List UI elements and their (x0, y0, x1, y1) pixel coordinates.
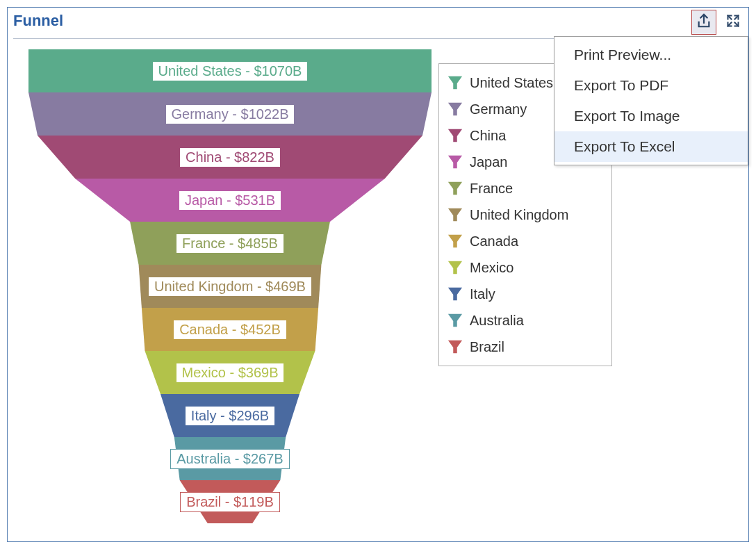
funnel-icon (447, 233, 463, 249)
export-button[interactable] (691, 10, 716, 35)
fullscreen-button[interactable] (721, 10, 746, 35)
legend-item[interactable]: Brazil (447, 334, 603, 360)
funnel-icon (447, 260, 463, 275)
funnel-slice[interactable]: France - $485B (28, 222, 432, 265)
export-icon (696, 13, 712, 32)
toolbar (691, 10, 746, 35)
svg-marker-7 (145, 351, 315, 394)
funnel-icon (447, 207, 463, 222)
funnel-icon (447, 101, 463, 117)
funnel-slice[interactable]: Japan - $531B (28, 179, 432, 222)
legend-label: France (470, 181, 513, 197)
legend-label: United States (470, 75, 553, 91)
panel-title: Funnel (13, 12, 63, 30)
menu-item[interactable]: Export To PDF (554, 70, 748, 101)
svg-marker-20 (448, 314, 462, 327)
funnel-icon (447, 181, 463, 196)
funnel-slice[interactable]: Germany - $1022B (28, 92, 432, 136)
legend-label: Canada (470, 233, 518, 249)
svg-marker-2 (38, 136, 422, 179)
funnel-chart: United States - $1070BGermany - $1022BCh… (28, 49, 432, 529)
legend-item[interactable]: Italy (447, 281, 603, 307)
svg-marker-13 (448, 129, 462, 142)
svg-marker-18 (448, 261, 462, 274)
legend-label: China (470, 128, 506, 144)
svg-marker-12 (448, 103, 462, 115)
svg-marker-4 (130, 222, 330, 265)
menu-item[interactable]: Export To Image (554, 101, 748, 131)
funnel-slice[interactable]: United States - $1070B (28, 49, 432, 92)
funnel-icon (447, 128, 463, 143)
funnel-slice[interactable]: China - $822B (28, 136, 432, 179)
legend-label: Brazil (470, 339, 504, 355)
funnel-slice[interactable]: Canada - $452B (28, 308, 432, 351)
legend-item[interactable]: United Kingdom (447, 202, 603, 228)
funnel-icon (447, 313, 463, 328)
funnel-slice[interactable]: Brazil - $119B (28, 480, 432, 523)
legend-item[interactable]: Australia (447, 307, 603, 334)
legend-label: United Kingdom (470, 207, 568, 223)
legend-label: Mexico (470, 260, 513, 276)
legend-label: Germany (470, 101, 527, 117)
svg-marker-5 (139, 265, 322, 308)
funnel-slice[interactable]: United Kingdom - $469B (28, 265, 432, 308)
legend-label: Australia (470, 313, 524, 329)
svg-marker-9 (174, 437, 286, 480)
menu-item[interactable]: Print Preview... (554, 40, 748, 70)
svg-marker-17 (448, 235, 462, 247)
legend-label: Italy (470, 286, 495, 302)
funnel-icon (447, 339, 463, 354)
legend-item[interactable]: Canada (447, 228, 603, 254)
menu-item[interactable]: Export To Excel (554, 131, 748, 162)
svg-marker-6 (142, 308, 318, 351)
chart-panel: Funnel United States - $1 (7, 7, 749, 542)
svg-marker-8 (161, 394, 299, 437)
legend-item[interactable]: France (447, 175, 603, 202)
fullscreen-icon (726, 14, 740, 31)
funnel-icon (447, 286, 463, 302)
svg-marker-11 (448, 76, 462, 89)
svg-marker-19 (448, 288, 462, 300)
export-menu: Print Preview...Export To PDFExport To I… (554, 36, 748, 165)
svg-marker-1 (28, 92, 432, 136)
svg-marker-16 (448, 208, 462, 221)
svg-marker-0 (28, 49, 432, 92)
legend-label: Japan (470, 154, 508, 170)
funnel-icon (447, 154, 463, 170)
legend-item[interactable]: Mexico (447, 254, 603, 281)
svg-marker-15 (448, 182, 462, 195)
svg-marker-3 (75, 179, 385, 222)
svg-marker-21 (448, 341, 462, 353)
funnel-icon (447, 75, 463, 90)
funnel-slice[interactable]: Italy - $296B (28, 394, 432, 437)
funnel-slice[interactable]: Mexico - $369B (28, 351, 432, 394)
svg-marker-14 (448, 156, 462, 168)
svg-marker-10 (180, 480, 281, 523)
funnel-slice[interactable]: Australia - $267B (28, 437, 432, 480)
